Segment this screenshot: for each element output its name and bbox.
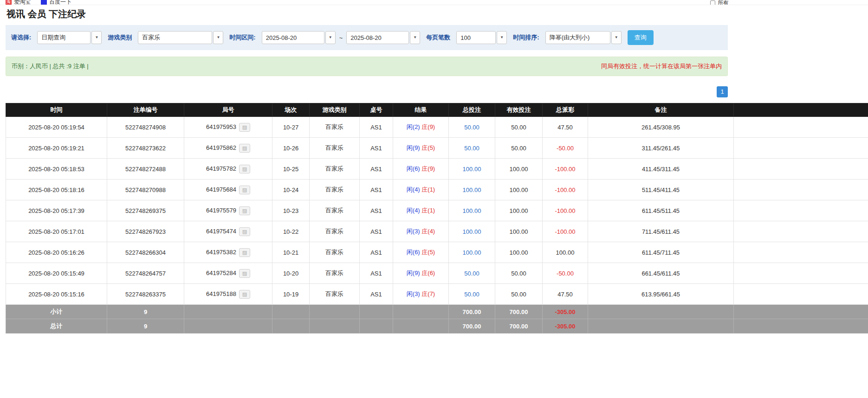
cell-result: 闲(4) 庄(1): [393, 180, 449, 200]
footer-cell: 700.00: [449, 319, 495, 334]
cell-remark: 511.45/411.45: [588, 180, 734, 200]
cell-overflow: [734, 117, 868, 138]
footer-cell: [588, 305, 734, 319]
replay-icon-button[interactable]: ▨: [239, 206, 250, 215]
cell-result: 闲(2) 庄(9): [393, 117, 449, 138]
result-player: 闲(3): [407, 228, 420, 235]
cell-round-id: 641975953▨: [184, 117, 272, 138]
date-to-dropdown-button[interactable]: ▼: [410, 31, 420, 44]
total-bet-link[interactable]: 100.00: [463, 166, 481, 173]
cell-round-id: 641975579▨: [184, 200, 272, 221]
footer-cell: [588, 319, 734, 334]
total-bet-link[interactable]: 100.00: [463, 186, 481, 193]
cell-result: 闲(9) 庄(5): [393, 138, 449, 159]
cell-result: 闲(3) 庄(7): [393, 284, 449, 305]
cell-bet-id: 522748263375: [107, 284, 184, 305]
query-type-input[interactable]: [37, 31, 91, 44]
cell-remark: 611.45/711.45: [588, 242, 734, 263]
bet-records-table: 时间注单编号局号场次游戏类别桌号结果总投注有效投注总派彩备注 2025-08-2…: [6, 103, 868, 334]
cell-table-no: AS1: [360, 284, 393, 305]
cell-session: 10-21: [272, 242, 310, 263]
game-type-input[interactable]: [138, 31, 212, 44]
column-header: 时间: [6, 103, 107, 117]
footer-cell: [184, 305, 272, 319]
cell-result: 闲(6) 庄(9): [393, 159, 449, 180]
total-row: 总计9700.00700.00-305.00: [6, 319, 868, 334]
cell-table-no: AS1: [360, 200, 393, 221]
total-bet-link[interactable]: 100.00: [463, 249, 481, 256]
bet-table-header-row: 时间注单编号局号场次游戏类别桌号结果总投注有效投注总派彩备注: [6, 103, 868, 117]
cell-bet-id: 522748269375: [107, 200, 184, 221]
round-id-text: 641975382: [206, 248, 236, 255]
replay-icon-button[interactable]: ▨: [239, 123, 250, 132]
column-header: 总派彩: [543, 103, 588, 117]
result-banker: 庄(1): [421, 207, 435, 214]
replay-icon-button[interactable]: ▨: [239, 290, 250, 299]
cell-overflow: [734, 180, 868, 200]
date-to-input[interactable]: [346, 31, 409, 44]
bookmark-label: 爱淘宝: [14, 0, 31, 5]
all-bookmarks-button[interactable]: 所有: [710, 0, 729, 5]
footer-payout: -305.00: [543, 319, 588, 334]
cell-bet-id: 522748267923: [107, 221, 184, 242]
cell-payout: -100.00: [543, 180, 588, 200]
cell-game-type: 百家乐: [310, 242, 360, 263]
page-title: 视讯 会员 下注纪录: [6, 8, 868, 20]
time-sort-input[interactable]: [545, 31, 610, 44]
replay-icon-button[interactable]: ▨: [239, 248, 250, 257]
bookmark-taobao[interactable]: 淘 爱淘宝: [6, 0, 31, 5]
cell-remark: 611.45/511.45: [588, 200, 734, 221]
footer-cell: 700.00: [449, 305, 495, 319]
round-id-text: 641975953: [206, 123, 236, 130]
replay-icon-button[interactable]: ▨: [239, 186, 250, 194]
date-from-input[interactable]: [262, 31, 324, 44]
total-bet-link[interactable]: 50.00: [464, 291, 479, 298]
column-header: 场次: [272, 103, 310, 117]
cell-game-type: 百家乐: [310, 200, 360, 221]
game-type-dropdown-button[interactable]: ▼: [213, 31, 223, 44]
result-banker: 庄(5): [421, 144, 435, 151]
replay-icon-button[interactable]: ▨: [239, 227, 250, 236]
total-bet-link[interactable]: 50.00: [464, 145, 479, 152]
page-size-dropdown-button[interactable]: ▼: [497, 31, 507, 44]
replay-icon-button[interactable]: ▨: [239, 165, 250, 173]
cell-game-type: 百家乐: [310, 138, 360, 159]
result-banker: 庄(9): [421, 123, 435, 130]
cell-time: 2025-08-20 05:19:54: [6, 117, 107, 138]
chevron-down-icon: ▼: [615, 36, 618, 39]
date-from-dropdown-button[interactable]: ▼: [325, 31, 336, 44]
cell-table-no: AS1: [360, 159, 393, 180]
total-bet-link[interactable]: 100.00: [463, 207, 481, 214]
cell-total-bet: 100.00: [449, 242, 495, 263]
footer-label: 小计: [6, 305, 107, 319]
round-id-text: 641975579: [206, 206, 236, 213]
cell-round-id: 641975474▨: [184, 221, 272, 242]
time-sort-combobox: ▼: [545, 31, 622, 44]
time-sort-dropdown-button[interactable]: ▼: [611, 31, 622, 44]
chevron-down-icon: ▼: [413, 36, 417, 39]
chevron-down-icon: ▼: [216, 36, 220, 39]
footer-cell: [272, 319, 310, 334]
bookmark-baidu[interactable]: 百度一下: [41, 0, 71, 5]
cell-bet-id: 522748270988: [107, 180, 184, 200]
column-header: 注单编号: [107, 103, 184, 117]
cell-remark: 261.45/308.95: [588, 117, 734, 138]
page-size-input[interactable]: [456, 31, 496, 44]
replay-icon-button[interactable]: ▨: [239, 144, 250, 153]
total-bet-link[interactable]: 100.00: [463, 228, 481, 235]
cell-payout: -100.00: [543, 200, 588, 221]
search-button[interactable]: 查询: [628, 30, 654, 45]
cell-time: 2025-08-20 05:16:26: [6, 242, 107, 263]
total-bet-link[interactable]: 50.00: [464, 270, 479, 277]
result-player: 闲(6): [407, 165, 420, 172]
cell-remark: 711.45/611.45: [588, 221, 734, 242]
valid-bet-notice-text: 同局有效投注，统一计算在该局第一张注单内: [601, 62, 722, 71]
page-button-1[interactable]: 1: [717, 86, 728, 97]
query-type-dropdown-button[interactable]: ▼: [91, 31, 102, 44]
replay-icon-button[interactable]: ▨: [239, 269, 250, 278]
cell-total-bet: 100.00: [449, 159, 495, 180]
cell-session: 10-23: [272, 200, 310, 221]
total-bet-link[interactable]: 50.00: [464, 124, 479, 131]
footer-cell: [360, 305, 393, 319]
cell-valid-bet: 100.00: [495, 242, 543, 263]
